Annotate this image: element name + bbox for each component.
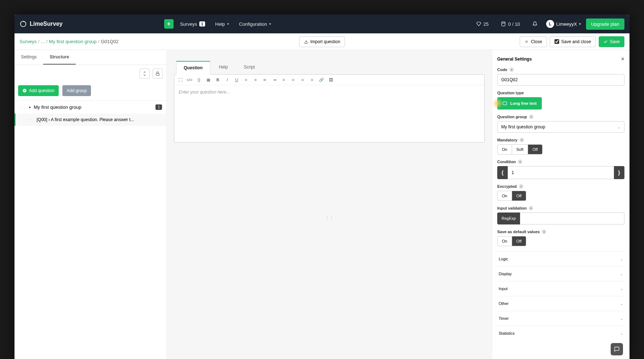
chevron-down-icon: ⌄	[620, 302, 623, 306]
bold-icon[interactable]: B	[215, 77, 221, 83]
question-group-row[interactable]: ⋮⋮ ▾ My first question group 1	[14, 100, 166, 114]
accordion-input[interactable]: Input⌄	[497, 281, 624, 296]
accordion-logic[interactable]: Logic⌄	[497, 251, 624, 266]
crumb-surveys[interactable]: Surveys	[20, 39, 37, 44]
save-and-close-button[interactable]: Save and close	[550, 36, 596, 47]
savedef-off[interactable]: Off	[512, 236, 526, 246]
add-question-button[interactable]: Add question	[18, 85, 59, 96]
link-icon[interactable]: 🔗	[319, 77, 324, 83]
info-icon[interactable]: i	[529, 206, 533, 210]
svg-rect-4	[503, 102, 507, 105]
mandatory-soft[interactable]: Soft	[512, 145, 528, 154]
regexp-input[interactable]	[520, 212, 624, 224]
savedef-on[interactable]: On	[498, 236, 512, 246]
brackets-icon[interactable]: {}	[196, 77, 202, 83]
align-right-icon[interactable]: ≡	[300, 77, 306, 83]
editor-tab-script[interactable]: Script	[237, 61, 262, 74]
mandatory-on[interactable]: On	[498, 145, 512, 154]
user-menu[interactable]: L LimeeyyX ▾	[546, 20, 581, 28]
close-button[interactable]: Close	[520, 36, 547, 47]
svg-point-0	[21, 21, 26, 27]
encrypted-on[interactable]: On	[498, 191, 512, 201]
limesurvey-icon	[20, 20, 27, 28]
align-center-icon[interactable]: ≡	[290, 77, 296, 83]
accordion-other[interactable]: Other⌄	[497, 296, 624, 311]
notifications-icon[interactable]	[529, 19, 541, 29]
drag-handle-icon[interactable]: ⋮⋮	[19, 105, 26, 109]
accordion-statistics[interactable]: Statistics⌄	[497, 326, 624, 341]
tab-settings[interactable]: Settings	[14, 50, 43, 65]
import-question-button[interactable]: Import question	[299, 36, 345, 47]
chevron-down-icon: ⌄	[620, 272, 623, 276]
code-label: Code	[497, 67, 507, 72]
info-icon[interactable]: i	[519, 184, 523, 189]
editor-content[interactable]: Enter your question here...	[174, 85, 484, 99]
info-icon[interactable]: i	[518, 160, 522, 164]
lock-button[interactable]	[153, 69, 163, 79]
add-group-button[interactable]: Add group	[62, 85, 91, 96]
accordion-display[interactable]: Display⌄	[497, 266, 624, 281]
outdent-icon[interactable]: ⇤	[262, 77, 268, 83]
nav-configuration[interactable]: Configuration ▾	[236, 19, 275, 29]
code-input[interactable]	[497, 74, 624, 86]
regexp-label: RegExp	[497, 212, 520, 224]
question-type-button[interactable]: Long free text	[497, 97, 542, 110]
fullscreen-icon[interactable]: ⛶	[177, 77, 183, 83]
tab-structure[interactable]: Structure	[43, 50, 75, 65]
brand-text: LimeSurvey	[30, 21, 63, 27]
collapse-all-button[interactable]	[140, 69, 150, 79]
brand-logo[interactable]: LimeSurvey	[20, 20, 63, 28]
indent-icon[interactable]: ⇥	[271, 77, 277, 83]
table-icon[interactable]: ▦	[205, 77, 211, 83]
plus-circle-icon	[22, 88, 27, 93]
feedback-fab[interactable]	[611, 343, 623, 355]
editor-tab-help[interactable]: Help	[212, 61, 235, 74]
save-button[interactable]: Save	[599, 36, 624, 47]
image-icon[interactable]: 🖼	[328, 77, 334, 83]
question-group-select[interactable]: My first question group ⌄	[497, 121, 624, 133]
diamond-icon	[476, 21, 481, 26]
chevron-down-icon[interactable]: ▾	[29, 106, 31, 109]
condition-input[interactable]	[508, 166, 614, 179]
info-icon[interactable]: i	[542, 230, 546, 234]
source-icon[interactable]: </>	[187, 77, 192, 83]
qtype-label: Question type	[497, 91, 524, 95]
drag-handle-icon[interactable]: ⋮⋮	[26, 118, 34, 122]
create-button[interactable]: +	[164, 19, 174, 29]
rich-text-editor[interactable]: ⛶ </> {} ▦ B I U ≡ ≡ ⇤ ⇥ ≡ ≡ ≡ ≡ 🔗 🖼	[174, 74, 485, 143]
crumb-group[interactable]: My first question group	[49, 39, 97, 44]
database-icon	[501, 21, 506, 26]
underline-icon[interactable]: U	[234, 77, 240, 83]
align-justify-icon[interactable]: ≡	[309, 77, 315, 83]
chat-icon	[614, 346, 620, 352]
storage-indicator[interactable]: 0 / 10	[497, 19, 524, 29]
text-icon	[502, 101, 507, 106]
nav-surveys[interactable]: Surveys 1	[176, 19, 209, 29]
info-icon[interactable]: i	[520, 138, 524, 142]
surveys-count-badge: 1	[199, 21, 205, 26]
save-close-checkbox[interactable]	[554, 39, 559, 44]
encrypted-off[interactable]: Off	[512, 191, 526, 201]
drag-handle-icon[interactable]: ⋮⋮	[174, 143, 485, 293]
bullet-list-icon[interactable]: ≡	[243, 77, 249, 83]
mandatory-off[interactable]: Off	[528, 145, 542, 154]
brace-left: {	[497, 166, 508, 179]
credits-indicator[interactable]: 25	[473, 19, 492, 29]
savedef-toggle: On Off	[497, 236, 526, 246]
info-icon[interactable]: i	[510, 67, 514, 72]
number-list-icon[interactable]: ≡	[253, 77, 258, 83]
question-label: [Q00] › A first example question. Please…	[37, 117, 134, 122]
breadcrumb: Surveys / ... / My first question group …	[20, 39, 119, 44]
question-row[interactable]: ⋮⋮ [Q00] › A first example question. Ple…	[14, 114, 166, 126]
crumb-dots[interactable]: ...	[41, 39, 45, 44]
close-panel-icon[interactable]: ×	[621, 56, 624, 62]
mandatory-toggle: On Soft Off	[497, 144, 543, 154]
align-left-icon[interactable]: ≡	[281, 77, 287, 83]
editor-tab-question[interactable]: Question	[176, 61, 210, 75]
info-icon[interactable]: i	[529, 115, 533, 119]
upgrade-plan-button[interactable]: Upgrade plan	[586, 18, 624, 30]
italic-icon[interactable]: I	[224, 77, 230, 83]
nav-help[interactable]: Help ▾	[212, 19, 233, 29]
x-icon	[524, 40, 529, 44]
accordion-timer[interactable]: Timer⌄	[497, 311, 624, 326]
